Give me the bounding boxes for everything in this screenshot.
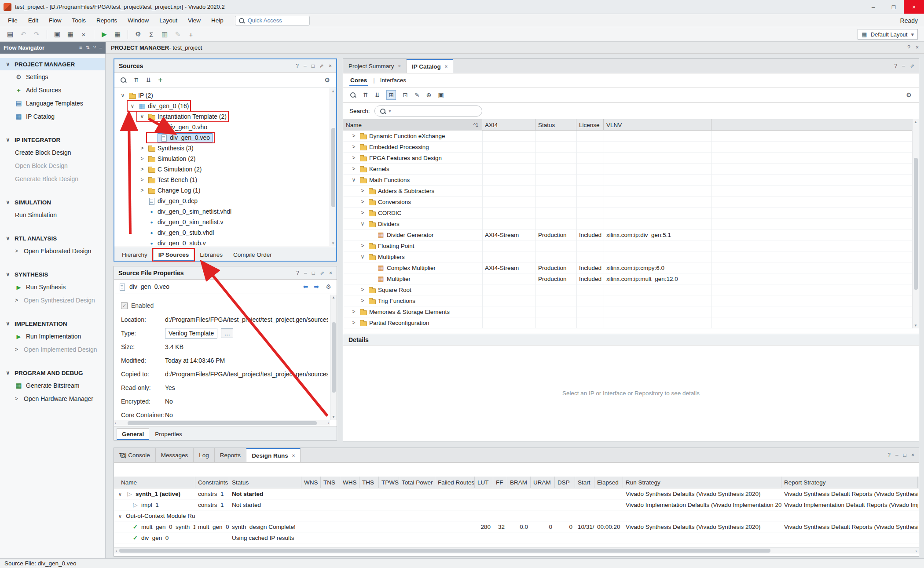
- source-tree-item[interactable]: >Change Log (1): [114, 185, 330, 196]
- tab-ip-catalog[interactable]: IP Catalog×: [407, 59, 453, 73]
- customize-icon[interactable]: ✎: [414, 91, 420, 98]
- collapse-all-icon[interactable]: ⇈: [134, 76, 139, 84]
- subtab-interfaces[interactable]: Interfaces: [380, 77, 406, 84]
- expand-collapse-icon[interactable]: ⇅: [86, 45, 90, 51]
- settings-gear-icon[interactable]: [905, 91, 913, 99]
- collapse-icon[interactable]: ∨: [4, 271, 11, 277]
- restore-default-icon[interactable]: ⊡: [403, 91, 408, 98]
- column-header-bram[interactable]: BRAM: [507, 477, 531, 488]
- tree-expand-icon[interactable]: >: [139, 145, 146, 151]
- sidebar-item-open-implemented-design[interactable]: >Open Implemented Design: [0, 343, 105, 356]
- collapse-icon[interactable]: ∨: [4, 199, 11, 205]
- sidebar-item-open-elaborated-design[interactable]: >Open Elaborated Design: [0, 244, 105, 258]
- ip-catalog-row[interactable]: >Conversions: [343, 197, 913, 208]
- ip-catalog-row[interactable]: Divider GeneratorAXI4-StreamProductionIn…: [343, 229, 913, 240]
- column-header-status[interactable]: Status: [229, 477, 301, 488]
- collapse-all-icon[interactable]: ≡: [79, 45, 82, 51]
- help-icon[interactable]: ?: [907, 44, 910, 51]
- settings-gear-icon[interactable]: [323, 76, 331, 84]
- tab-reports[interactable]: Reports: [215, 448, 246, 462]
- close-icon[interactable]: ×: [911, 452, 914, 458]
- tab-design-runs[interactable]: Design Runs×: [246, 448, 301, 462]
- column-header-uram[interactable]: URAM: [531, 477, 555, 488]
- source-tree-item[interactable]: >C Simulation (2): [114, 164, 330, 175]
- ip-catalog-row[interactable]: >Embedded Processing: [343, 142, 913, 153]
- scroll-down-icon[interactable]: ▼: [332, 415, 335, 419]
- add-repository-icon[interactable]: ⊕: [426, 91, 432, 98]
- tree-expand-icon[interactable]: >: [139, 166, 146, 172]
- tree-expand-icon[interactable]: >: [139, 177, 146, 183]
- expand-icon[interactable]: >: [359, 298, 366, 304]
- source-tree-item[interactable]: div_gen_0_sim_netlist.v: [114, 217, 330, 227]
- menu-file[interactable]: File: [3, 14, 23, 27]
- help-icon[interactable]: ?: [887, 452, 891, 458]
- minimize-window-button[interactable]: –: [863, 0, 884, 14]
- settings-icon[interactable]: ⚙: [132, 29, 144, 40]
- ip-catalog-row[interactable]: ∨Math Functions: [343, 175, 913, 186]
- ip-catalog-row[interactable]: >Adders & Subtracters: [343, 186, 913, 197]
- ip-catalog-row[interactable]: >Partial Reconfiguration: [343, 317, 913, 328]
- source-tree-item[interactable]: div_gen_0.vho: [114, 122, 330, 132]
- help-icon[interactable]: ?: [296, 270, 299, 276]
- source-tree-item[interactable]: div_gen_0.dcp: [114, 196, 330, 206]
- column-header-report_strategy[interactable]: Report Strategy: [781, 477, 918, 488]
- tab-general[interactable]: General: [117, 428, 149, 440]
- collapse-icon[interactable]: ∨: [4, 370, 11, 376]
- source-tree-item[interactable]: div_gen_0_stub.v: [114, 238, 330, 246]
- flow-section-header[interactable]: ∨PROJECT MANAGER: [0, 58, 105, 70]
- scroll-right-icon[interactable]: ›: [328, 421, 329, 426]
- tree-collapse-icon[interactable]: ∨: [139, 113, 146, 120]
- type-dropdown[interactable]: Verilog Template: [165, 328, 217, 339]
- expand-icon[interactable]: >: [350, 155, 357, 161]
- sources-vertical-scrollbar[interactable]: ▲ ▼: [330, 88, 336, 246]
- column-header-name[interactable]: Name: [118, 477, 195, 488]
- column-header-start[interactable]: Start: [575, 477, 594, 488]
- design-run-row[interactable]: ∨synth_1 (active)constrs_1Not startedViv…: [114, 488, 919, 499]
- source-tree-item[interactable]: >Synthesis (3): [114, 143, 330, 153]
- expand-all-icon[interactable]: ⇊: [375, 91, 380, 98]
- scroll-up-icon[interactable]: ▲: [914, 120, 917, 124]
- settings-gear-icon[interactable]: [325, 283, 332, 291]
- sidebar-item-settings[interactable]: Settings: [0, 70, 105, 84]
- menu-layout[interactable]: Layout: [154, 14, 183, 27]
- source-tree-item[interactable]: ∨IP (2): [114, 90, 330, 101]
- column-header-tns[interactable]: TNS: [321, 477, 340, 488]
- close-tab-icon[interactable]: ×: [292, 453, 295, 458]
- collapse-icon[interactable]: ∨: [4, 320, 11, 327]
- float-icon[interactable]: ⇗: [320, 270, 324, 276]
- expand-icon[interactable]: >: [350, 133, 357, 139]
- column-header-tpws[interactable]: TPWS: [379, 477, 399, 488]
- ip-catalog-row[interactable]: >Kernels: [343, 164, 913, 175]
- float-icon[interactable]: ⇗: [319, 63, 324, 69]
- probe-icon[interactable]: +: [185, 29, 197, 40]
- expand-icon[interactable]: >: [359, 210, 366, 216]
- minimize-icon[interactable]: –: [304, 63, 307, 69]
- sidebar-item-create-block-design[interactable]: Create Block Design: [0, 146, 105, 159]
- column-header-failed_routes[interactable]: Failed Routes: [435, 477, 475, 488]
- scroll-right-icon[interactable]: ›: [915, 548, 917, 553]
- tab-messages[interactable]: Messages: [156, 448, 194, 462]
- expand-icon[interactable]: >: [359, 199, 366, 205]
- scroll-left-icon[interactable]: ‹: [115, 421, 116, 426]
- maximize-icon[interactable]: □: [312, 270, 315, 276]
- column-header-constraints[interactable]: Constraints: [195, 477, 229, 488]
- source-tree-item[interactable]: ∨Instantiation Template (2): [114, 111, 330, 122]
- back-icon[interactable]: ⬅: [303, 283, 308, 291]
- ip-catalog-row[interactable]: ∨Multipliers: [343, 251, 913, 262]
- flow-section-header[interactable]: ∨IMPLEMENTATION: [0, 317, 105, 330]
- delete-icon[interactable]: ×: [78, 29, 89, 40]
- search-icon[interactable]: [349, 91, 356, 98]
- group-by-hierarchy-icon[interactable]: ⊞: [386, 90, 396, 100]
- collapse-all-icon[interactable]: ⇈: [363, 91, 368, 98]
- collapse-icon[interactable]: ∨: [4, 137, 11, 143]
- minimize-icon[interactable]: –: [99, 45, 102, 51]
- close-tab-icon[interactable]: ×: [398, 63, 401, 69]
- column-header-run_strategy[interactable]: Run Strategy: [623, 477, 781, 488]
- maximize-icon[interactable]: □: [312, 63, 315, 69]
- sidebar-item-generate-block-design[interactable]: Generate Block Design: [0, 172, 105, 186]
- ip-catalog-row[interactable]: Complex MultiplierAXI4-StreamProductionI…: [343, 262, 913, 273]
- column-header-vlnv[interactable]: VLNV: [604, 119, 711, 131]
- close-icon[interactable]: ×: [329, 63, 332, 69]
- reports-icon[interactable]: Σ: [146, 29, 157, 40]
- sidebar-item-add-sources[interactable]: Add Sources: [0, 84, 105, 97]
